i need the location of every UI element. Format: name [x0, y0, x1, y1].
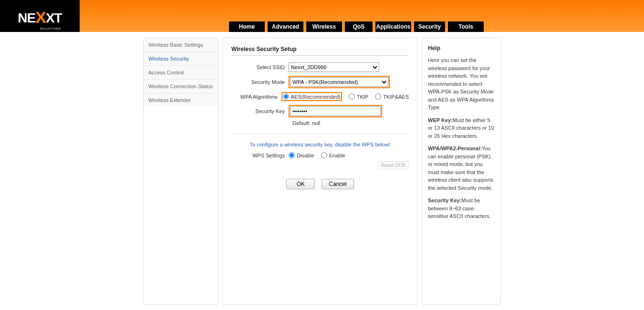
radio-tkipaes-input[interactable]	[375, 93, 381, 100]
help-panel: Help Here you can set the wireless passw…	[422, 38, 501, 305]
label-security-mode: Security Mode	[231, 79, 289, 85]
label-security-key: Security Key	[231, 108, 289, 114]
radio-tkip-input[interactable]	[349, 93, 355, 100]
cancel-button[interactable]: Cancel	[322, 179, 353, 189]
highlight-aes: AES(Recommended)	[281, 92, 342, 101]
security-key-default-note: Default: null	[292, 120, 409, 126]
label-wps-settings: WPS Settings	[231, 153, 289, 158]
sidebar-item-access[interactable]: Access Control	[144, 66, 218, 80]
highlight-security-key	[289, 105, 382, 117]
row-ssid: Select SSID Nexxt_2DD990	[231, 62, 409, 72]
ok-button[interactable]: OK	[286, 179, 315, 189]
sidebar-item-basic[interactable]: Wireless Basic Settings	[144, 38, 218, 52]
nav-security[interactable]: Security	[414, 21, 445, 32]
sidebar: Wireless Basic Settings Wireless Securit…	[143, 38, 218, 305]
radio-wps-enable-input[interactable]	[321, 152, 327, 158]
main-panel: Wireless Security Setup Select SSID Nexx…	[222, 38, 418, 305]
wps-disable-note: To configure a wireless security key, di…	[231, 142, 409, 147]
row-security-key: Security Key	[231, 105, 409, 117]
brand-logo: NEXXTSOLUTIONS	[0, 0, 80, 32]
radio-tkipaes[interactable]: TKIP&AES	[375, 93, 409, 100]
label-ssid: Select SSID	[231, 64, 289, 70]
radio-wps-disable[interactable]: Disable	[289, 152, 314, 158]
help-wep: WEP Key:Must be either 5 or 13 ASCII cha…	[428, 116, 495, 140]
select-security-mode[interactable]: WPA - PSK(Recommended)	[290, 77, 388, 87]
separator	[231, 134, 409, 134]
main-nav: Home Advanced Wireless QoS Applications …	[229, 21, 484, 32]
page-body: Wireless Basic Settings Wireless Securit…	[0, 32, 644, 305]
help-title: Help	[428, 45, 495, 52]
label-wpa-algorithms: WPA Algorithms	[231, 94, 281, 100]
sidebar-item-status[interactable]: Wireless Connection Status	[144, 80, 218, 93]
row-wps-settings: WPS Settings Disable Enable	[231, 152, 409, 158]
row-security-mode: Security Mode WPA - PSK(Recommended)	[231, 76, 409, 88]
sidebar-item-security[interactable]: Wireless Security	[144, 52, 218, 66]
nav-home[interactable]: Home	[229, 21, 265, 32]
input-security-key[interactable]	[290, 106, 381, 116]
nav-applications[interactable]: Applications	[375, 21, 411, 32]
brand-name: NEXXTSOLUTIONS	[18, 8, 62, 26]
radio-tkip[interactable]: TKIP	[349, 93, 368, 100]
radio-wps-disable-input[interactable]	[289, 152, 295, 158]
highlight-security-mode: WPA - PSK(Recommended)	[289, 76, 390, 88]
help-wpa: WPA/WPA2-Personal:You can enable persona…	[428, 145, 495, 192]
nav-advanced[interactable]: Advanced	[268, 21, 303, 32]
radio-aes-input[interactable]	[283, 93, 289, 100]
radio-wps-enable[interactable]: Enable	[321, 152, 345, 158]
page-title: Wireless Security Setup	[231, 46, 409, 52]
nav-wireless[interactable]: Wireless	[306, 21, 342, 32]
reset-oob-button[interactable]: Reset OOB	[378, 161, 409, 169]
nav-qos[interactable]: QoS	[345, 21, 373, 32]
select-ssid[interactable]: Nexxt_2DD990	[289, 62, 379, 72]
header-band: NEXXTSOLUTIONS Home Advanced Wireless Qo…	[0, 0, 644, 32]
radio-aes[interactable]: AES(Recommended)	[283, 93, 341, 100]
title-rule	[231, 55, 409, 56]
nav-tools[interactable]: Tools	[448, 21, 484, 32]
row-wpa-algorithms: WPA Algorithms AES(Recommended) TKIP TKI…	[231, 92, 409, 101]
sidebar-item-extender[interactable]: Wireless Extender	[144, 93, 218, 107]
help-intro: Here you can set the wireless password f…	[428, 56, 495, 112]
help-skey: Security Key:Must be between 8~63 case-s…	[428, 196, 495, 220]
